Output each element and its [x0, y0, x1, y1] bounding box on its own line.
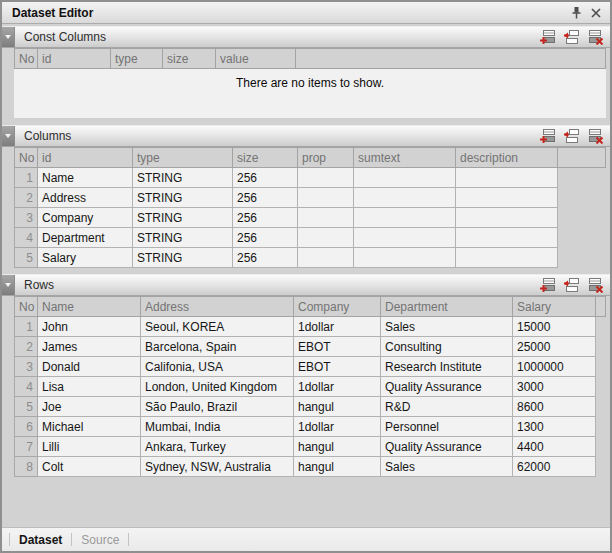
add-row-button[interactable] — [539, 128, 556, 144]
row-number-cell[interactable]: 2 — [15, 188, 38, 208]
column-header-department[interactable]: Department — [381, 297, 513, 317]
data-cell[interactable]: Name — [38, 168, 133, 188]
data-cell[interactable] — [456, 188, 558, 208]
row-number-cell[interactable]: 1 — [15, 168, 38, 188]
data-cell[interactable]: John — [38, 317, 141, 337]
data-cell[interactable]: Department — [38, 228, 133, 248]
data-cell[interactable] — [298, 188, 354, 208]
row-number-cell[interactable]: 5 — [15, 397, 38, 417]
column-header-id[interactable]: id — [38, 148, 133, 168]
data-cell[interactable]: Sales — [381, 317, 513, 337]
data-cell[interactable]: Lilli — [38, 437, 141, 457]
column-header-prop[interactable]: prop — [298, 148, 354, 168]
data-cell[interactable]: Michael — [38, 417, 141, 437]
data-cell[interactable]: 256 — [233, 208, 298, 228]
data-cell[interactable]: Donald — [38, 357, 141, 377]
insert-row-button[interactable] — [563, 277, 580, 293]
data-cell[interactable]: Ankara, Turkey — [141, 437, 294, 457]
tab-dataset[interactable]: Dataset — [19, 533, 62, 547]
data-cell[interactable]: Research Institute — [381, 357, 513, 377]
data-cell[interactable]: hangul — [294, 457, 381, 477]
insert-row-button[interactable] — [563, 128, 580, 144]
delete-row-button[interactable] — [587, 277, 604, 293]
data-cell[interactable] — [354, 188, 456, 208]
column-header-id[interactable]: id — [38, 49, 111, 69]
data-cell[interactable]: Quality Assurance — [381, 437, 513, 457]
data-cell[interactable]: São Paulo, Brazil — [141, 397, 294, 417]
data-cell[interactable]: 62000 — [513, 457, 596, 477]
data-cell[interactable] — [298, 168, 354, 188]
data-cell[interactable] — [298, 248, 354, 268]
column-header-name[interactable]: Name — [38, 297, 141, 317]
row-number-cell[interactable]: 2 — [15, 337, 38, 357]
data-cell[interactable]: 4400 — [513, 437, 596, 457]
collapse-button[interactable] — [2, 126, 15, 146]
data-cell[interactable]: 256 — [233, 168, 298, 188]
data-cell[interactable]: Salary — [38, 248, 133, 268]
data-cell[interactable] — [298, 228, 354, 248]
data-cell[interactable]: hangul — [294, 397, 381, 417]
column-header-no[interactable]: No — [15, 297, 38, 317]
data-cell[interactable]: Colt — [38, 457, 141, 477]
column-header-salary[interactable]: Salary — [513, 297, 596, 317]
column-header-description[interactable]: description — [456, 148, 558, 168]
data-cell[interactable]: Mumbai, India — [141, 417, 294, 437]
data-cell[interactable]: 1000000 — [513, 357, 596, 377]
data-cell[interactable]: Califonia, USA — [141, 357, 294, 377]
data-cell[interactable]: Consulting — [381, 337, 513, 357]
data-cell[interactable]: STRING — [133, 208, 233, 228]
row-number-cell[interactable]: 4 — [15, 377, 38, 397]
data-cell[interactable] — [456, 248, 558, 268]
column-header-size[interactable]: size — [233, 148, 298, 168]
data-cell[interactable]: James — [38, 337, 141, 357]
data-cell[interactable] — [354, 228, 456, 248]
data-cell[interactable]: 1dollar — [294, 377, 381, 397]
collapse-button[interactable] — [2, 27, 15, 47]
delete-row-button[interactable] — [587, 128, 604, 144]
row-number-cell[interactable]: 3 — [15, 357, 38, 377]
data-cell[interactable]: 8600 — [513, 397, 596, 417]
data-cell[interactable]: London, United Kingdom — [141, 377, 294, 397]
data-cell[interactable]: 15000 — [513, 317, 596, 337]
column-header-company[interactable]: Company — [294, 297, 381, 317]
data-cell[interactable]: Barcelona, Spain — [141, 337, 294, 357]
data-cell[interactable] — [354, 168, 456, 188]
data-cell[interactable]: 25000 — [513, 337, 596, 357]
row-number-cell[interactable]: 7 — [15, 437, 38, 457]
data-cell[interactable]: Company — [38, 208, 133, 228]
tab-source[interactable]: Source — [81, 533, 119, 547]
data-cell[interactable]: 1dollar — [294, 317, 381, 337]
column-header-no[interactable]: No — [15, 148, 38, 168]
data-cell[interactable]: Joe — [38, 397, 141, 417]
data-cell[interactable] — [456, 208, 558, 228]
data-cell[interactable]: 256 — [233, 248, 298, 268]
row-number-cell[interactable]: 1 — [15, 317, 38, 337]
data-cell[interactable]: 3000 — [513, 377, 596, 397]
delete-row-button[interactable] — [587, 29, 604, 45]
data-cell[interactable] — [354, 248, 456, 268]
column-header-size[interactable]: size — [163, 49, 216, 69]
data-cell[interactable]: Address — [38, 188, 133, 208]
data-cell[interactable]: 256 — [233, 188, 298, 208]
row-number-cell[interactable]: 5 — [15, 248, 38, 268]
data-cell[interactable]: 256 — [233, 228, 298, 248]
row-number-cell[interactable]: 4 — [15, 228, 38, 248]
data-cell[interactable]: EBOT — [294, 357, 381, 377]
data-cell[interactable] — [298, 208, 354, 228]
close-button[interactable] — [586, 4, 606, 21]
column-header-sumtext[interactable]: sumtext — [354, 148, 456, 168]
data-cell[interactable]: Seoul, KOREA — [141, 317, 294, 337]
data-cell[interactable]: Quality Assurance — [381, 377, 513, 397]
data-cell[interactable]: Lisa — [38, 377, 141, 397]
data-cell[interactable]: Personnel — [381, 417, 513, 437]
column-header-value[interactable]: value — [216, 49, 296, 69]
data-cell[interactable]: STRING — [133, 248, 233, 268]
row-number-cell[interactable]: 6 — [15, 417, 38, 437]
data-cell[interactable]: STRING — [133, 228, 233, 248]
insert-row-button[interactable] — [563, 29, 580, 45]
data-cell[interactable] — [456, 228, 558, 248]
data-cell[interactable]: Sales — [381, 457, 513, 477]
collapse-button[interactable] — [2, 275, 15, 295]
data-cell[interactable]: R&D — [381, 397, 513, 417]
add-row-button[interactable] — [539, 277, 556, 293]
